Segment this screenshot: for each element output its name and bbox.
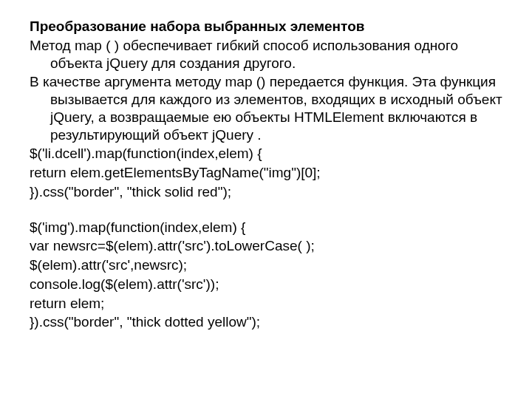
code-block-2-line-6: }).css("border", "thick dotted yellow"); bbox=[30, 313, 502, 331]
blank-line bbox=[30, 202, 502, 219]
code-block-2-line-4: console.log($(elem).attr('src')); bbox=[30, 276, 502, 293]
code-block-2-line-2: var newsrc=$(elem).attr('src').toLowerCa… bbox=[30, 237, 502, 255]
paragraph-2: В качестве аргумента методу map () перед… bbox=[30, 73, 502, 143]
document-title: Преобразование набора выбранных элементо… bbox=[30, 18, 502, 35]
code-block-1-line-2: return elem.getElementsByTagName("img")[… bbox=[30, 164, 502, 182]
code-block-2-line-5: return elem; bbox=[30, 295, 502, 313]
paragraph-1: Метод map ( ) обеспечивает гибкий способ… bbox=[30, 37, 502, 72]
code-block-2-line-1: $('img').map(function(index,elem) { bbox=[30, 219, 502, 236]
code-block-2-line-3: $(elem).attr('src',newsrc); bbox=[30, 256, 502, 274]
code-block-1-line-3: }).css("border", "thick solid red"); bbox=[30, 183, 502, 201]
code-block-1-line-1: $('li.dcell').map(function(index,elem) { bbox=[30, 145, 502, 163]
